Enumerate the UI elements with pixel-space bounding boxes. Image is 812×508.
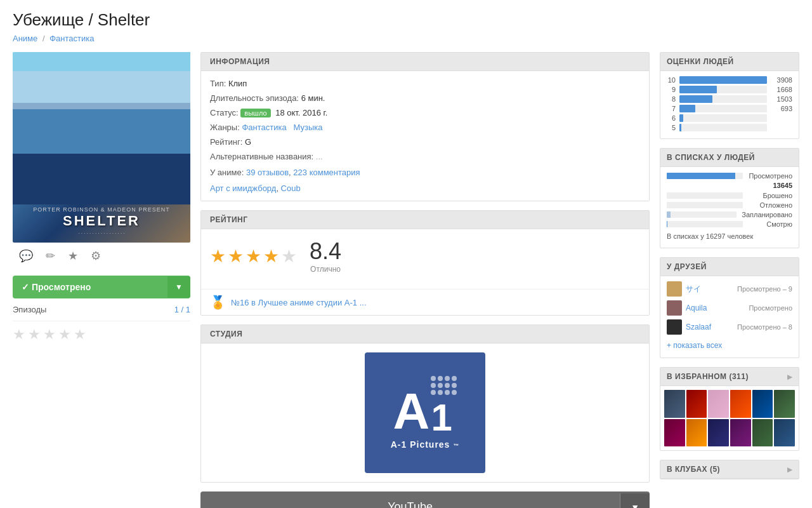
rating-bar-9: 9 1668: [667, 86, 792, 93]
studio-header: СТУДИЯ: [201, 325, 649, 344]
episodes-label: Эпизоды: [13, 305, 46, 314]
rating-star-2: ★: [228, 246, 244, 267]
page-wrapper: Убежище / Shelter Аниме / Фантастика POR…: [0, 0, 812, 508]
rating-header: РЕЙТИНГ: [201, 211, 649, 229]
rating-bar-6: 6: [667, 114, 792, 122]
show-all-friends[interactable]: + показать всех: [667, 338, 792, 352]
list-viewed: Просмотрено: [667, 172, 792, 180]
in-lists-header: В СПИСКАХ У ЛЮДЕЙ: [660, 149, 799, 167]
fav-thumb-5[interactable]: [752, 390, 773, 418]
alt-names-dots[interactable]: ...: [316, 152, 323, 161]
ratings-people-header: ОЦЕНКИ ЛЮДЕЙ: [660, 53, 799, 71]
episodes-count: 1 / 1: [174, 305, 190, 314]
in-lists-block: В СПИСКАХ У ЛЮДЕЙ Просмотрено 13645 Брош…: [660, 148, 799, 248]
favorites-title: В ИЗБРАННОМ (311): [667, 372, 749, 381]
friend-status-1: Просмотрено – 9: [737, 285, 792, 293]
favorites-arrow[interactable]: ▶: [787, 373, 793, 380]
episodes-link[interactable]: 1 / 1: [174, 305, 190, 314]
art-row: Арт с имиджборд, Coub: [210, 184, 640, 193]
favorite-icon[interactable]: ★: [68, 249, 78, 263]
studio-logo[interactable]: A: [201, 344, 649, 482]
status-button-arrow[interactable]: ▼: [167, 276, 190, 298]
fav-thumb-1[interactable]: [664, 390, 685, 418]
genre-fantasy[interactable]: Фантастика: [242, 123, 286, 132]
friend-name-1[interactable]: サイ: [686, 284, 737, 295]
star-4[interactable]: ★: [58, 326, 71, 343]
star-rating[interactable]: ★ ★ ★ ★ ★: [13, 321, 190, 348]
episodes-row: Эпизоды 1 / 1: [13, 298, 190, 321]
poster-text: PORTER ROBINSON & MADEON PRESENT SHELTER…: [33, 206, 169, 236]
lists-body: Просмотрено 13645 Брошено Отложено Запла…: [660, 167, 799, 248]
poster-title: SHELTER: [33, 213, 169, 229]
comments-link[interactable]: 223 комментария: [293, 168, 360, 177]
reviews-link[interactable]: 39 отзывов: [246, 168, 289, 177]
star-2[interactable]: ★: [28, 326, 41, 343]
duration-label: Длительность эпизода:: [210, 93, 299, 103]
youtube-button[interactable]: YouTube ▼: [200, 491, 650, 508]
youtube-button-label[interactable]: YouTube: [200, 491, 620, 508]
a1-dot-grid: [431, 376, 457, 395]
ranking-link[interactable]: №16 в Лучшее аниме студии А-1 ...: [231, 298, 367, 307]
rating-pg-value: G: [245, 137, 251, 147]
rating-row: Рейтинг: G: [210, 137, 640, 147]
main-layout: PORTER ROBINSON & MADEON PRESENT SHELTER…: [13, 52, 799, 508]
a1-letter-a: A: [393, 386, 430, 437]
ratings-people-block: ОЦЕНКИ ЛЮДЕЙ 10 3908 9 1668 8: [660, 52, 799, 139]
edit-icon[interactable]: ✏: [46, 249, 55, 263]
poster-subtitle: · · · · · · · · · · · · · · · · ·: [33, 231, 169, 236]
friend-status-2: Просмотрено: [749, 304, 792, 312]
breadcrumb-fantasy[interactable]: Фантастика: [49, 34, 94, 43]
settings-icon[interactable]: ⚙: [91, 249, 101, 263]
list-total: В списках у 16297 человек: [667, 230, 792, 243]
coub-link[interactable]: Coub: [281, 184, 301, 193]
rating-bar-8: 8 1503: [667, 95, 792, 103]
genre-music[interactable]: Музыка: [293, 123, 322, 132]
fav-thumb-6[interactable]: [774, 390, 795, 418]
friend-name-2[interactable]: Aquila: [686, 304, 749, 312]
fav-thumb-4[interactable]: [730, 390, 751, 418]
star-3[interactable]: ★: [43, 326, 56, 343]
clubs-arrow[interactable]: ▶: [787, 466, 793, 473]
rating-label: Отлично: [310, 265, 341, 274]
fav-thumb-8[interactable]: [686, 419, 707, 447]
fav-thumb-11[interactable]: [752, 419, 773, 447]
friend-avatar-1: [667, 281, 682, 297]
fav-thumb-2[interactable]: [686, 390, 707, 418]
duration-value: 6 мин.: [301, 93, 325, 103]
status-button[interactable]: ✓ Просмотрено ▼: [13, 276, 190, 298]
viewed-count: 13645: [667, 182, 792, 189]
rating-body: ★ ★ ★ ★ ★ 8.4 Отлично: [201, 229, 649, 283]
friend-row-1: サイ Просмотрено – 9: [667, 281, 792, 297]
page-title: Убежище / Shelter: [13, 10, 799, 30]
type-row: Тип: Клип: [210, 79, 640, 88]
friend-name-3[interactable]: Szalaaf: [686, 323, 737, 331]
fav-thumb-10[interactable]: [730, 419, 751, 447]
list-dropped: Брошено: [667, 192, 792, 199]
rating-star-1: ★: [210, 246, 226, 267]
fav-thumb-9[interactable]: [708, 419, 729, 447]
status-label: Статус:: [210, 108, 239, 117]
youtube-button-arrow[interactable]: ▼: [620, 493, 650, 509]
type-value: Клип: [228, 79, 247, 88]
fav-thumb-12[interactable]: [774, 419, 795, 447]
clubs-header: В КЛУБАХ (5) ▶: [660, 460, 799, 479]
status-date: 18 окт. 2016 г.: [275, 108, 327, 117]
fav-thumb-7[interactable]: [664, 419, 685, 447]
genre-label: Жанры:: [210, 123, 240, 132]
center-column: ИНФОРМАЦИЯ Тип: Клип Длительность эпизод…: [200, 52, 650, 508]
star-5[interactable]: ★: [74, 326, 86, 343]
breadcrumb: Аниме / Фантастика: [13, 34, 799, 43]
friends-body: サイ Просмотрено – 9 Aquila Просмотрено Sz…: [660, 276, 799, 358]
star-1[interactable]: ★: [13, 326, 25, 343]
art-imageboard-link[interactable]: Арт с имиджборд: [210, 184, 276, 193]
fav-thumb-3[interactable]: [708, 390, 729, 418]
anime-poster: PORTER ROBINSON & MADEON PRESENT SHELTER…: [13, 52, 190, 243]
youtube-button-row: YouTube ▼: [200, 491, 650, 508]
list-watching: Смотрю: [667, 220, 792, 228]
status-button-label[interactable]: ✓ Просмотрено: [13, 276, 167, 298]
a1-logo: A: [365, 352, 485, 473]
breadcrumb-anime[interactable]: Аниме: [13, 34, 37, 43]
friend-row-3: Szalaaf Просмотрено – 8: [667, 319, 792, 335]
comment-icon[interactable]: 💬: [19, 249, 33, 263]
rating-bar-5: 5: [667, 124, 792, 131]
